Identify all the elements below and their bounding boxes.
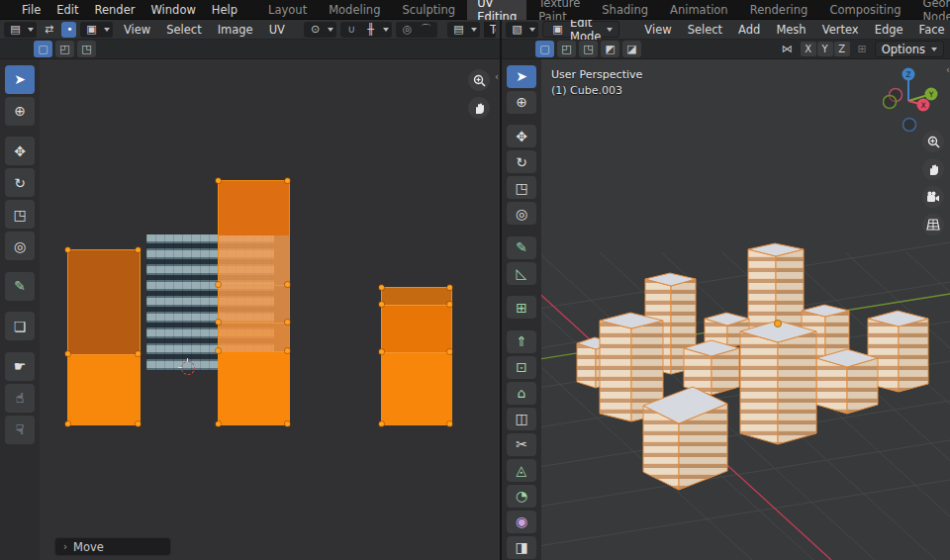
cursor-tool[interactable]: ⊕ — [507, 91, 536, 114]
menu-item[interactable]: Edit — [49, 2, 85, 18]
uv-face[interactable] — [219, 351, 289, 424]
box-select-invert[interactable]: ◩ — [601, 41, 619, 57]
workspace-tab[interactable]: Compositing — [819, 0, 910, 19]
building-face-right[interactable] — [847, 358, 878, 414]
uv-face[interactable] — [68, 250, 140, 354]
menu-item[interactable]: Edge — [868, 22, 910, 38]
loop-cut-tool[interactable]: ◫ — [507, 408, 536, 430]
navigation-gizmo[interactable]: ZYX — [883, 61, 946, 137]
tweak-select-tool[interactable]: ➤ — [5, 65, 35, 94]
uv-face[interactable] — [219, 285, 289, 323]
menu-item[interactable]: UV — [262, 22, 292, 38]
uv-island[interactable] — [381, 287, 452, 425]
uv-canvas[interactable]: ‹ › Move — [0, 59, 500, 560]
proportional-editing-group[interactable]: ◎ ⌒ — [396, 22, 437, 38]
building-face-left[interactable] — [600, 321, 631, 421]
uv-vertex-dot[interactable] — [216, 178, 221, 183]
box-select-intersect[interactable]: ◪ — [622, 41, 641, 57]
spin-tool[interactable]: ◔ — [507, 485, 536, 508]
uv-vertex-dot[interactable] — [447, 349, 452, 354]
uv-vertex-dot[interactable] — [285, 421, 290, 426]
uv-vertex-dot[interactable] — [447, 421, 452, 426]
grab-tool[interactable]: ☛ — [5, 352, 35, 381]
mirror-axis-button[interactable]: X — [801, 42, 816, 56]
uv-vertex-dot[interactable] — [285, 320, 290, 325]
add-cube-tool[interactable]: ⊞ — [507, 296, 536, 319]
zoom-icon[interactable] — [468, 69, 490, 91]
pivot-point-dropdown[interactable]: ⊙ — [304, 22, 336, 38]
uv-face[interactable] — [219, 323, 289, 351]
pinch-tool[interactable]: ☟ — [5, 416, 35, 444]
building[interactable] — [643, 387, 727, 490]
uv-vertex-dot[interactable] — [379, 285, 384, 290]
menu-item[interactable]: Select — [159, 22, 208, 38]
uv-face[interactable] — [219, 181, 289, 285]
snapping-dropdown[interactable]: ∪ ╫ — [340, 22, 392, 38]
edge-slide-tool[interactable]: ◨ — [507, 536, 536, 559]
rotate-tool[interactable]: ↻ — [5, 168, 35, 197]
menu-item[interactable]: Add — [731, 22, 767, 38]
menu-item[interactable]: Window — [143, 2, 202, 18]
building-face-left[interactable] — [740, 331, 778, 444]
workspace-tab[interactable]: Shading — [592, 0, 658, 19]
building[interactable] — [816, 349, 878, 414]
uv-face[interactable] — [382, 288, 451, 305]
zoom-icon[interactable] — [922, 131, 944, 152]
poly-build-tool[interactable]: ◬ — [507, 459, 536, 482]
uv-face[interactable] — [68, 354, 140, 424]
uv-island[interactable] — [218, 180, 290, 425]
uv-vertex-dot[interactable] — [65, 247, 70, 252]
move-tool[interactable]: ✥ — [507, 125, 536, 147]
box-select-set[interactable]: ▢ — [535, 41, 554, 57]
uv-vertex-dot[interactable] — [447, 285, 452, 290]
relax-tool[interactable]: ☝ — [5, 384, 35, 413]
transform-tool[interactable]: ◎ — [507, 202, 536, 225]
image-name-field[interactable]: TexturesCom_Var — [484, 22, 496, 38]
uv-vertex-dot[interactable] — [379, 349, 384, 354]
uv-vertex-dot[interactable] — [136, 421, 141, 426]
uv-vertex-dot[interactable] — [285, 282, 290, 287]
mode-dropdown[interactable]: ▣ Edit Mode — [542, 21, 619, 38]
menu-item[interactable]: File — [15, 2, 48, 18]
uv-vertex-dot[interactable] — [447, 302, 452, 307]
knife-tool[interactable]: ✂ — [507, 433, 536, 456]
region-toggle-arrow[interactable]: ‹ — [495, 71, 499, 82]
workspace-tab[interactable]: Sculpting — [392, 0, 465, 19]
sticky-selection-dropdown[interactable]: ▣ — [80, 22, 113, 38]
uv-vertex-dot[interactable] — [379, 302, 384, 307]
smooth-tool[interactable]: ◉ — [507, 511, 536, 533]
uv-vertex-dot[interactable] — [216, 421, 221, 426]
uv-vertex-dot[interactable] — [216, 348, 221, 353]
rip-region-tool[interactable]: ❏ — [5, 312, 35, 340]
menu-item[interactable]: Image — [211, 22, 260, 38]
inset-faces-tool[interactable]: ⊡ — [507, 356, 536, 379]
uv-face[interactable] — [382, 305, 451, 352]
workspace-tab[interactable]: Rendering — [740, 0, 818, 19]
operator-panel-move[interactable]: › Move — [54, 537, 171, 556]
uv-vertex-dot[interactable] — [65, 351, 70, 356]
uv-select-vertex[interactable]: • — [61, 22, 76, 38]
scale-tool[interactable]: ◳ — [507, 176, 536, 199]
scale-tool[interactable]: ◳ — [5, 200, 35, 229]
viewport-canvas[interactable]: User Perspective (1) Cube.003 ZYX ‹ — [502, 59, 950, 560]
box-select-set[interactable]: ▢ — [34, 41, 52, 57]
region-toggle-arrow[interactable]: ‹ — [946, 64, 950, 75]
uv-island[interactable] — [67, 249, 141, 425]
pan-hand-icon[interactable] — [468, 97, 490, 119]
snap-base-icon[interactable]: ⊞ — [854, 42, 871, 57]
uv-vertex-dot[interactable] — [216, 320, 221, 325]
bevel-tool[interactable]: ⌂ — [507, 382, 536, 405]
rotate-tool[interactable]: ↻ — [507, 150, 536, 173]
building-face-left[interactable] — [816, 358, 847, 414]
menu-item[interactable]: Mesh — [769, 22, 812, 38]
box-select-subtract[interactable]: ◳ — [77, 41, 96, 57]
box-select-extend[interactable]: ◰ — [557, 41, 576, 57]
perspective-toggle-icon[interactable] — [922, 214, 944, 235]
extrude-region-tool[interactable]: ⇑ — [507, 330, 536, 353]
menu-item[interactable]: Face — [912, 22, 950, 38]
measure-tool[interactable]: ◺ — [507, 262, 536, 285]
uv-face[interactable] — [382, 352, 451, 424]
options-dropdown[interactable]: Options — [875, 41, 944, 57]
mirror-axis-button[interactable]: Z — [834, 42, 850, 56]
pan-hand-icon[interactable] — [922, 158, 944, 180]
